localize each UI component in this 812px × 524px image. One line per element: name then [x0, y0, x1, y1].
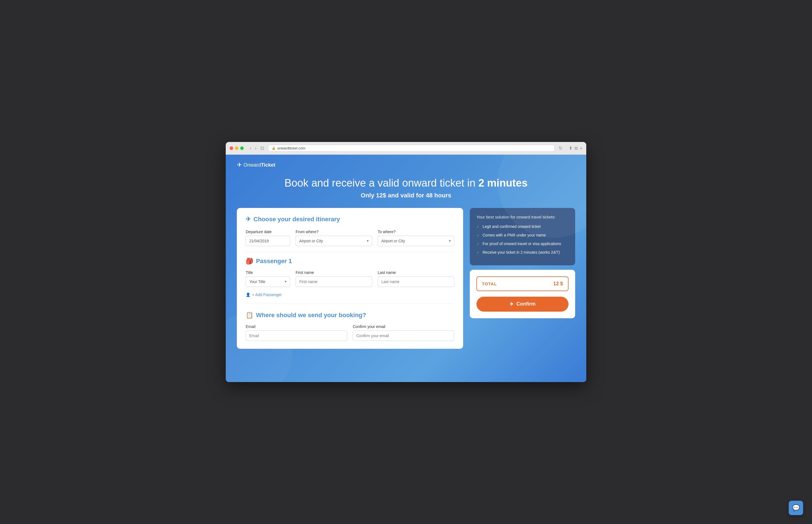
passenger-form-row: Title Your Title Mr Mrs Ms Dr ▼: [246, 270, 454, 287]
duplicate-button[interactable]: ⧉: [574, 146, 578, 151]
divider-1: [246, 252, 454, 252]
benefits-title: Your best solution for onward travel tic…: [476, 215, 569, 219]
browser-window: ‹ › ⊡ 🔒 onwardticket.com ↻ ⬆ ⧉ + ✈ Onwar…: [226, 142, 586, 382]
title-field-label: Title: [246, 270, 290, 275]
benefit-text-3: For proof of onward travel or visa appli…: [483, 242, 561, 246]
to-where-select-wrapper: Airport or City ▼: [378, 236, 454, 246]
booking-title: 📋 Where should we send your booking?: [246, 312, 454, 319]
address-bar[interactable]: 🔒 onwardticket.com: [268, 145, 555, 152]
benefit-item-4: ✓ Receive your ticket in 2 minutes (work…: [476, 250, 569, 255]
main-layout: ✈ Choose your desired itinerary Departur…: [237, 208, 575, 349]
browser-chrome: ‹ › ⊡ 🔒 onwardticket.com ↻ ⬆ ⧉ +: [226, 142, 586, 155]
from-where-label: From where?: [296, 230, 372, 234]
check-icon-2: ✓: [476, 233, 480, 238]
nav-buttons: ‹ › ⊡: [248, 145, 265, 151]
confirm-email-field-group: Confirm your email: [353, 324, 454, 341]
add-passenger-icon: 👤: [246, 293, 250, 297]
title-select-wrapper: Your Title Mr Mrs Ms Dr ▼: [246, 276, 290, 287]
benefit-text-4: Receive your ticket in 2 minutes (works …: [483, 250, 560, 255]
departure-date-label: Departure date: [246, 230, 290, 234]
plane-icon: ✈: [237, 161, 242, 168]
new-tab-button[interactable]: +: [580, 146, 582, 151]
to-where-label: To where?: [378, 230, 454, 234]
traffic-lights: [230, 146, 244, 150]
booking-icon: 📋: [246, 312, 253, 319]
minimize-button[interactable]: [235, 146, 239, 150]
first-name-input[interactable]: [296, 276, 372, 287]
title-field-group: Title Your Title Mr Mrs Ms Dr ▼: [246, 270, 290, 287]
first-name-group: First name: [296, 270, 372, 287]
benefit-item-2: ✓ Comes with a PNR under your name: [476, 233, 569, 238]
itinerary-section-title: ✈ Choose your desired itinerary: [246, 216, 454, 223]
itinerary-icon: ✈: [246, 216, 251, 223]
benefit-text-2: Comes with a PNR under your name: [483, 233, 546, 237]
email-row: Email Confirm your email: [246, 324, 454, 341]
add-passenger-button[interactable]: 👤 + Add Passenger: [246, 293, 282, 297]
forward-button[interactable]: ›: [254, 145, 258, 151]
benefit-item-3: ✓ For proof of onward travel or visa app…: [476, 242, 569, 246]
fullscreen-button[interactable]: [240, 146, 244, 150]
browser-actions: ⬆ ⧉ +: [569, 146, 582, 151]
reload-button[interactable]: ↻: [557, 145, 564, 151]
departure-date-group: Departure date: [246, 230, 290, 246]
brand-header: ✈ OnwardTicket: [237, 161, 575, 168]
booking-section: 📋 Where should we send your booking? Ema…: [246, 312, 454, 341]
check-icon-4: ✓: [476, 250, 480, 255]
from-where-group: From where? Airport or City ▼: [296, 230, 372, 246]
hero-title: Book and receive a valid onward ticket i…: [237, 177, 575, 190]
from-where-select-wrapper: Airport or City ▼: [296, 236, 372, 246]
hero-subtitle: Only 12$ and valid for 48 hours: [237, 192, 575, 199]
email-field-group: Email: [246, 324, 347, 341]
url-text: onwardticket.com: [277, 146, 305, 150]
benefit-text-1: Legit and confirmed onward ticket: [483, 224, 540, 229]
divider-2: [246, 304, 454, 304]
window-button[interactable]: ⊡: [259, 145, 265, 151]
sidebar-panel: Your best solution for onward travel tic…: [470, 208, 575, 318]
confirm-plane-icon: ✈: [509, 301, 514, 307]
total-box: TOTAL 12 $: [476, 276, 569, 291]
confirm-email-input[interactable]: [353, 330, 454, 341]
check-icon-3: ✓: [476, 242, 480, 246]
bag-icon: 🎒: [246, 258, 253, 265]
total-price: 12 $: [553, 281, 563, 287]
first-name-label: First name: [296, 270, 372, 275]
lock-icon: 🔒: [272, 146, 276, 150]
check-icon-1: ✓: [476, 225, 480, 229]
benefit-item-1: ✓ Legit and confirmed onward ticket: [476, 224, 569, 229]
to-where-group: To where? Airport or City ▼: [378, 230, 454, 246]
passenger-title: 🎒 Passenger 1: [246, 258, 454, 265]
confirm-button[interactable]: ✈ Confirm: [476, 297, 569, 312]
back-button[interactable]: ‹: [248, 145, 253, 151]
share-button[interactable]: ⬆: [569, 146, 572, 151]
to-where-select[interactable]: Airport or City: [378, 236, 454, 246]
total-card: TOTAL 12 $ ✈ Confirm: [470, 270, 575, 318]
title-select[interactable]: Your Title Mr Mrs Ms Dr: [246, 276, 290, 287]
brand-logo: ✈ OnwardTicket: [237, 161, 275, 168]
email-label: Email: [246, 324, 347, 329]
last-name-label: Last name: [378, 270, 454, 275]
passenger-section: 🎒 Passenger 1 Title Your Title Mr Mrs: [246, 258, 454, 297]
confirm-email-label: Confirm your email: [353, 324, 454, 329]
from-where-select[interactable]: Airport or City: [296, 236, 372, 246]
total-label: TOTAL: [482, 281, 497, 286]
form-panel: ✈ Choose your desired itinerary Departur…: [237, 208, 463, 349]
last-name-input[interactable]: [378, 276, 454, 287]
benefits-card: Your best solution for onward travel tic…: [470, 208, 575, 265]
page-content: ✈ OnwardTicket Book and receive a valid …: [226, 155, 586, 382]
hero-section: Book and receive a valid onward ticket i…: [237, 177, 575, 199]
brand-name: OnwardTicket: [243, 162, 275, 168]
last-name-group: Last name: [378, 270, 454, 287]
close-button[interactable]: [230, 146, 233, 150]
itinerary-form-row: Departure date From where? Airport or Ci…: [246, 230, 454, 246]
departure-date-input[interactable]: [246, 236, 290, 246]
email-input[interactable]: [246, 330, 347, 341]
